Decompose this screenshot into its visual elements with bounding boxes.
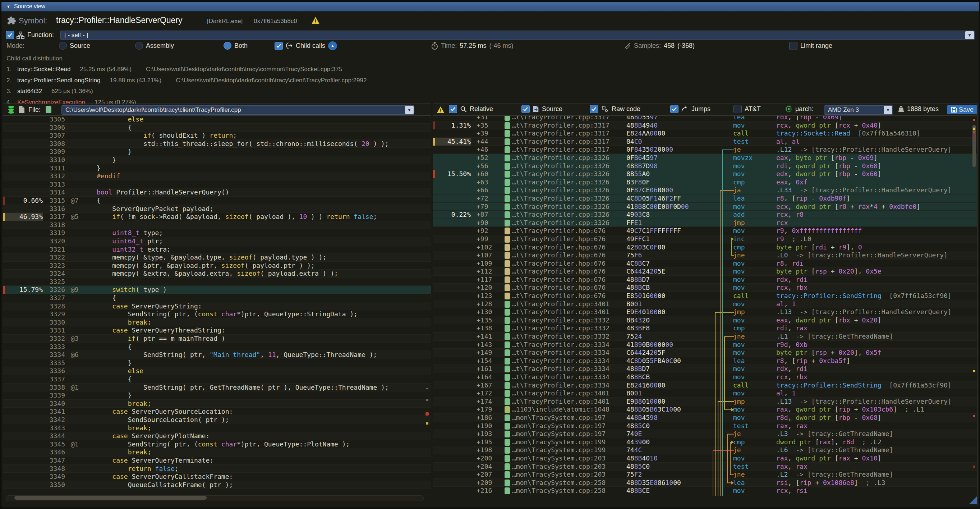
source-line-row[interactable]: 3341 case ServerQuerySourceLocation: xyxy=(3,408,431,416)
source-line-row[interactable]: 3311} xyxy=(3,164,431,173)
source-line-row[interactable]: 3328 case ServerQueryString: xyxy=(3,302,431,310)
source-line-row[interactable]: 3307 if( shouldExit ) return; xyxy=(3,132,431,140)
asm-row[interactable]: +209…mon\TracySystem.cpp:258488D35E88610… xyxy=(433,479,977,487)
child-call-entry[interactable]: 2.tracy::Profiler::SendLongString19.88 m… xyxy=(6,76,367,85)
source-line-row[interactable]: 3336 else xyxy=(3,367,431,375)
asm-row[interactable]: +72…t\TracyProfiler.cpp:33264C8D05F146F2… xyxy=(433,194,977,203)
asm-row[interactable]: +167…t\TracyProfiler.cpp:3334E824160000c… xyxy=(433,382,977,390)
child-call-entry[interactable]: 1.tracy::Socket::Read25.25 ms (54.89%)C:… xyxy=(6,65,342,74)
source-line-row[interactable]: 3347 case ServerQueryTerminate: xyxy=(3,457,431,465)
asm-row[interactable]: +141…t\TracyProfiler.cpp:33327524jne.L1 … xyxy=(433,332,977,341)
source-line-row[interactable]: 3324 memcpy( &extra, &payload.extra, siz… xyxy=(3,270,431,278)
asm-row[interactable]: +200…mon\TracySystem.cpp:203488B4010movr… xyxy=(433,454,977,463)
function-dropdown[interactable]: [ - self - ] ▼ xyxy=(60,30,975,40)
limit-range-checkbox[interactable]: Limit range xyxy=(789,41,832,51)
source-line-row[interactable]: 3334@6 SendString( ptr, "Main thread", 1… xyxy=(3,351,431,359)
asm-row[interactable]: +128…t\TracyProfiler.cpp:3401B001moval, … xyxy=(433,300,977,309)
asm-row[interactable]: +174…t\TracyProfiler.cpp:3401E9B8010000j… xyxy=(433,398,977,406)
mode-radio-source[interactable]: Source xyxy=(59,41,90,51)
asm-row[interactable]: +186…mon\TracySystem.cpp:197448B4598movr… xyxy=(433,414,977,422)
asm-row[interactable]: 1.31%+35…t\TracyProfiler.cpp:3317488B494… xyxy=(433,121,977,130)
source-line-row[interactable]: 3321 uint32_t extra; xyxy=(3,245,431,254)
asm-row[interactable]: +154…t\TracyProfiler.cpp:33344C8D055FBA0… xyxy=(433,357,977,365)
source-line-row[interactable]: 3314bool Profiler::HandleServerQuery() xyxy=(3,188,431,197)
asm-row[interactable]: 0.22%+87…t\TracyProfiler.cpp:33264903C8a… xyxy=(433,211,977,219)
source-line-row[interactable]: 3350 QueueCallstackFrame( ptr ); xyxy=(3,481,431,489)
source-line-row[interactable]: 3349 case ServerQueryCallstackFrame: xyxy=(3,473,431,481)
asm-row[interactable]: +130…t\TracyProfiler.cpp:3401E9E4010000j… xyxy=(433,308,977,317)
source-line-row[interactable]: 3313 xyxy=(3,180,431,189)
asm-row[interactable]: +66…t\TracyProfiler.cpp:33260F87CE060000… xyxy=(433,186,977,194)
child-calls-up-button[interactable]: ▲ xyxy=(328,41,337,50)
asm-row[interactable]: +92…t\TracyProfiler.hpp:67649C7C1FFFFFFF… xyxy=(433,227,977,235)
asm-row[interactable]: +99…t\TracyProfiler.hpp:67649FFC1incr9 ;… xyxy=(433,235,977,243)
source-line-row[interactable]: 3338@1 SendString( ptr, GetThreadName( p… xyxy=(3,383,431,392)
source-hscrollbar[interactable] xyxy=(6,495,424,501)
source-line-row[interactable]: 3316 ServerQueryPacket payload; xyxy=(3,205,431,213)
asm-row[interactable]: +117…t\TracyProfiler.hpp:676488BD7movrdx… xyxy=(433,276,977,284)
asm-row[interactable]: +120…t\TracyProfiler.hpp:676488BCBmovrcx… xyxy=(433,284,977,292)
source-line-row[interactable]: 3342 SendSourceLocation( ptr ); xyxy=(3,416,431,424)
chevron-down-icon[interactable]: ▼ xyxy=(405,106,414,114)
source-line-row[interactable]: 3335 } xyxy=(3,359,431,367)
asm-row[interactable]: +123…t\TracyProfiler.hpp:676E850160000ca… xyxy=(433,292,977,300)
asm-row[interactable]: +193…mon\TracySystem.cpp:197740Eje.L3 ->… xyxy=(433,430,977,438)
source-line-row[interactable]: 3319 uint8_t type; xyxy=(3,229,431,237)
mode-radio-both[interactable]: Both xyxy=(224,41,248,51)
source-line-row[interactable]: 46.93%3317@5 if( !m_sock->Read( &payload… xyxy=(3,213,431,221)
save-button[interactable]: Save xyxy=(947,105,977,114)
asm-row[interactable]: +204…mon\TracySystem.cpp:2034885C0testra… xyxy=(433,463,977,471)
source-line-row[interactable]: 3329 SendString( ptr, (const char*)ptr, … xyxy=(3,310,431,318)
source-line-row[interactable]: 3343 break; xyxy=(3,424,431,433)
asm-row[interactable]: +63…t\TracyProfiler.cpp:332683F80Fcmpeax… xyxy=(433,178,977,186)
source-line-row[interactable]: 3340 break; xyxy=(3,400,431,408)
asm-row[interactable]: +39…t\TracyProfiler.cpp:3317E824AA0000ca… xyxy=(433,129,977,138)
asm-row[interactable]: +138…t\TracyProfiler.cpp:3332483BF8cmprd… xyxy=(433,324,977,332)
asm-row[interactable]: +109…t\TracyProfiler.hpp:6764C8BC7movr8,… xyxy=(433,259,977,268)
source-line-row[interactable]: 3306 { xyxy=(3,124,431,132)
source-line-row[interactable]: 3327 { xyxy=(3,294,431,302)
asm-row[interactable]: +90…t\TracyProfiler.cpp:3326FFE1jmprcx xyxy=(433,219,977,227)
asm-row[interactable]: +161…t\TracyProfiler.cpp:3334488BD7movrd… xyxy=(433,365,977,373)
source-line-row[interactable]: 0.66%3315@7{ xyxy=(3,197,431,205)
source-line-row[interactable]: 3323 memcpy( &ptr, &payload.ptr, sizeof(… xyxy=(3,262,431,270)
asm-row[interactable]: +79…t\TracyProfiler.cpp:3326418B8C80E0BF… xyxy=(433,203,977,211)
asm-row[interactable]: +56…t\TracyProfiler.cpp:3326488B7D98movr… xyxy=(433,162,977,170)
asm-row[interactable]: +172…t\TracyProfiler.cpp:3401B001moval, … xyxy=(433,389,977,398)
asm-row[interactable]: +46…t\TracyProfiler.cpp:33170F8435020000… xyxy=(433,146,977,154)
source-line-row[interactable]: 3330 break; xyxy=(3,318,431,327)
source-line-row[interactable]: 3348 return false; xyxy=(3,465,431,473)
function-checkbox[interactable] xyxy=(6,31,14,39)
asm-row[interactable]: +149…t\TracyProfiler.cpp:3334C64424205Fm… xyxy=(433,349,977,357)
radio-icon-selected[interactable] xyxy=(224,42,231,49)
asm-row[interactable]: +135…t\TracyProfiler.cpp:33328B4320movea… xyxy=(433,317,977,324)
jumps-checkbox[interactable]: Jumps xyxy=(670,104,711,114)
asm-row[interactable]: 15.50%+60…t\TracyProfiler.cpp:33268B55A0… xyxy=(433,170,977,178)
att-checkbox[interactable]: AT&T xyxy=(733,104,761,114)
radio-icon[interactable] xyxy=(59,42,67,49)
asm-row[interactable]: +179…1103\include\atomic:1048488B05B63C1… xyxy=(433,406,977,414)
source-line-row[interactable]: 3325 xyxy=(3,278,431,286)
child-call-entry[interactable]: 3.stat64i32625 μs (1.36%) xyxy=(6,87,107,95)
relative-checkbox[interactable]: Relative xyxy=(449,104,493,114)
asm-row[interactable]: +195…mon\TracySystem.cpp:199443900cmpdwo… xyxy=(433,438,977,447)
source-line-row[interactable]: 15.79%3326@9 switch( type ) xyxy=(3,286,431,294)
checkbox-icon[interactable] xyxy=(275,42,283,50)
source-line-row[interactable]: 3346 break; xyxy=(3,448,431,457)
source-checkbox[interactable]: Source xyxy=(522,104,562,114)
march-dropdown[interactable]: AMD Zen 3 ▼ xyxy=(824,105,893,115)
source-line-row[interactable]: 3309 } xyxy=(3,148,431,156)
source-line-row[interactable]: 3331 case ServerQueryThreadString: xyxy=(3,326,431,335)
titlebar[interactable]: ▼ Source view xyxy=(2,2,979,11)
chevron-down-icon[interactable]: ▼ xyxy=(965,31,974,39)
source-line-row[interactable]: 3310 } xyxy=(3,156,431,164)
chevron-down-icon[interactable]: ▼ xyxy=(884,106,892,114)
asm-row[interactable]: +216…mon\TracySystem.cpp:258488BCEmovrcx… xyxy=(433,487,977,495)
radio-icon[interactable] xyxy=(135,42,143,49)
asm-row[interactable]: 45.41%+44…t\TracyProfiler.cpp:331784C0te… xyxy=(433,138,977,146)
mode-radio-assembly[interactable]: Assembly xyxy=(135,41,174,51)
source-line-row[interactable]: 3320 uint64_t ptr; xyxy=(3,237,431,245)
source-line-row[interactable]: 3312#endif xyxy=(3,172,431,180)
source-line-row[interactable]: 3332@3 if( ptr == m_mainThread ) xyxy=(3,335,431,343)
source-line-row[interactable]: 3339 } xyxy=(3,391,431,400)
